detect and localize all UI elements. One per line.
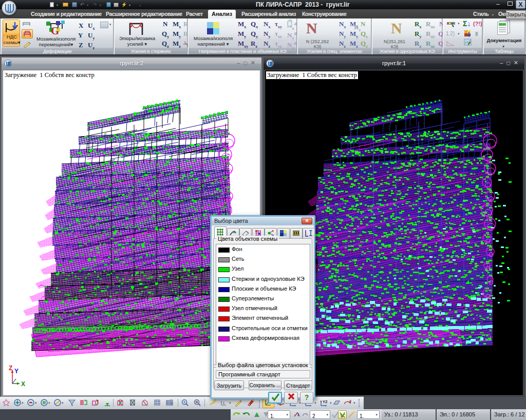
svg-text:Z: Z: [9, 365, 12, 372]
svg-text:YZ: YZ: [323, 399, 328, 404]
svg-text:x: x: [349, 398, 352, 403]
svg-text:Y: Y: [14, 368, 18, 375]
svg-text:X: X: [21, 380, 25, 388]
svg-text:L: L: [223, 400, 225, 405]
